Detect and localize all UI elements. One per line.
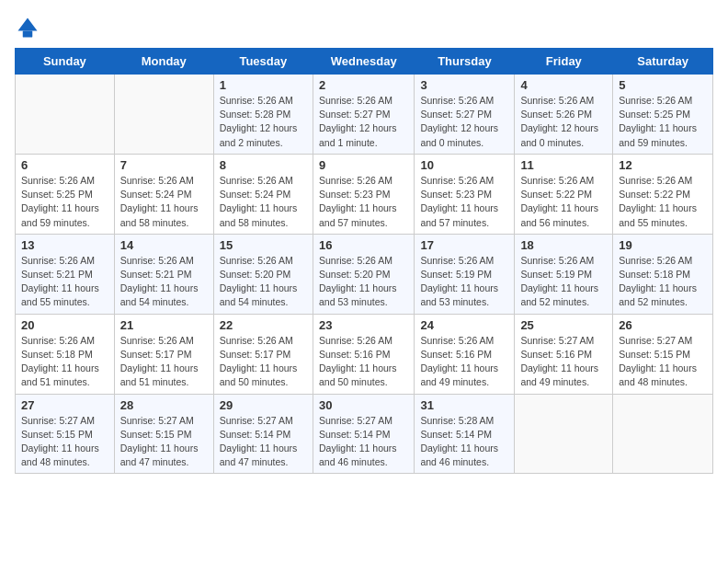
day-info: Sunrise: 5:26 AMSunset: 5:24 PMDaylight:… (120, 174, 208, 230)
calendar-cell: 24Sunrise: 5:26 AMSunset: 5:16 PMDayligh… (415, 314, 515, 394)
day-header-sunday: Sunday (16, 49, 115, 75)
day-number: 11 (520, 158, 607, 172)
day-info: Sunrise: 5:26 AMSunset: 5:24 PMDaylight:… (220, 174, 307, 230)
day-info: Sunrise: 5:26 AMSunset: 5:17 PMDaylight:… (220, 334, 307, 390)
calendar-cell: 5Sunrise: 5:26 AMSunset: 5:25 PMDaylight… (613, 75, 713, 155)
calendar-week-3: 13Sunrise: 5:26 AMSunset: 5:21 PMDayligh… (16, 234, 713, 314)
day-header-friday: Friday (515, 49, 613, 75)
calendar-cell: 18Sunrise: 5:26 AMSunset: 5:19 PMDayligh… (515, 234, 613, 314)
calendar-cell: 3Sunrise: 5:26 AMSunset: 5:27 PMDaylight… (415, 75, 515, 155)
day-number: 22 (220, 318, 307, 332)
calendar-cell: 15Sunrise: 5:26 AMSunset: 5:20 PMDayligh… (213, 234, 313, 314)
day-number: 15 (220, 238, 307, 252)
day-header-tuesday: Tuesday (213, 49, 313, 75)
calendar-cell: 6Sunrise: 5:26 AMSunset: 5:25 PMDaylight… (16, 154, 115, 234)
day-info: Sunrise: 5:26 AMSunset: 5:22 PMDaylight:… (619, 174, 707, 230)
calendar-cell: 12Sunrise: 5:26 AMSunset: 5:22 PMDayligh… (613, 154, 713, 234)
day-number: 19 (619, 238, 707, 252)
calendar-header-row: SundayMondayTuesdayWednesdayThursdayFrid… (16, 49, 713, 75)
calendar-week-4: 20Sunrise: 5:26 AMSunset: 5:18 PMDayligh… (16, 314, 713, 394)
day-number: 18 (520, 238, 607, 252)
day-number: 5 (619, 78, 707, 92)
day-number: 16 (319, 238, 408, 252)
day-info: Sunrise: 5:28 AMSunset: 5:14 PMDaylight:… (420, 414, 508, 470)
calendar-cell: 16Sunrise: 5:26 AMSunset: 5:20 PMDayligh… (313, 234, 414, 314)
calendar-cell: 11Sunrise: 5:26 AMSunset: 5:22 PMDayligh… (515, 154, 613, 234)
day-number: 10 (420, 158, 508, 172)
day-number: 7 (120, 158, 208, 172)
logo (15, 15, 44, 40)
day-number: 1 (220, 78, 307, 92)
day-info: Sunrise: 5:27 AMSunset: 5:15 PMDaylight:… (120, 414, 208, 470)
day-number: 14 (120, 238, 208, 252)
day-number: 25 (520, 318, 607, 332)
calendar-cell: 27Sunrise: 5:27 AMSunset: 5:15 PMDayligh… (16, 394, 115, 474)
calendar-cell: 25Sunrise: 5:27 AMSunset: 5:16 PMDayligh… (515, 314, 613, 394)
calendar-cell (613, 394, 713, 474)
day-number: 31 (420, 398, 508, 412)
day-info: Sunrise: 5:26 AMSunset: 5:18 PMDaylight:… (619, 254, 707, 310)
calendar-cell: 21Sunrise: 5:26 AMSunset: 5:17 PMDayligh… (114, 314, 213, 394)
svg-rect-1 (23, 31, 33, 38)
calendar-cell: 31Sunrise: 5:28 AMSunset: 5:14 PMDayligh… (415, 394, 515, 474)
calendar-cell (515, 394, 613, 474)
day-info: Sunrise: 5:26 AMSunset: 5:27 PMDaylight:… (420, 94, 508, 150)
calendar-cell: 13Sunrise: 5:26 AMSunset: 5:21 PMDayligh… (16, 234, 115, 314)
day-number: 4 (520, 78, 607, 92)
day-number: 3 (420, 78, 508, 92)
page-header (15, 15, 713, 40)
calendar-week-2: 6Sunrise: 5:26 AMSunset: 5:25 PMDaylight… (16, 154, 713, 234)
day-info: Sunrise: 5:26 AMSunset: 5:27 PMDaylight:… (319, 94, 408, 150)
day-info: Sunrise: 5:27 AMSunset: 5:16 PMDaylight:… (520, 334, 607, 390)
day-info: Sunrise: 5:26 AMSunset: 5:19 PMDaylight:… (420, 254, 508, 310)
day-info: Sunrise: 5:26 AMSunset: 5:22 PMDaylight:… (520, 174, 607, 230)
calendar-cell (16, 75, 115, 155)
calendar-cell: 26Sunrise: 5:27 AMSunset: 5:15 PMDayligh… (613, 314, 713, 394)
calendar-cell: 14Sunrise: 5:26 AMSunset: 5:21 PMDayligh… (114, 234, 213, 314)
day-number: 30 (319, 398, 408, 412)
day-info: Sunrise: 5:27 AMSunset: 5:15 PMDaylight:… (619, 334, 707, 390)
day-number: 9 (319, 158, 408, 172)
day-number: 24 (420, 318, 508, 332)
day-number: 29 (220, 398, 307, 412)
calendar-cell: 19Sunrise: 5:26 AMSunset: 5:18 PMDayligh… (613, 234, 713, 314)
day-info: Sunrise: 5:26 AMSunset: 5:19 PMDaylight:… (520, 254, 607, 310)
day-info: Sunrise: 5:26 AMSunset: 5:28 PMDaylight:… (220, 94, 307, 150)
calendar-table: SundayMondayTuesdayWednesdayThursdayFrid… (15, 48, 713, 474)
day-info: Sunrise: 5:26 AMSunset: 5:21 PMDaylight:… (120, 254, 208, 310)
day-info: Sunrise: 5:26 AMSunset: 5:16 PMDaylight:… (319, 334, 408, 390)
calendar-cell: 20Sunrise: 5:26 AMSunset: 5:18 PMDayligh… (16, 314, 115, 394)
day-number: 2 (319, 78, 408, 92)
day-header-wednesday: Wednesday (313, 49, 414, 75)
day-number: 17 (420, 238, 508, 252)
day-number: 12 (619, 158, 707, 172)
day-info: Sunrise: 5:26 AMSunset: 5:21 PMDaylight:… (21, 254, 108, 310)
day-info: Sunrise: 5:27 AMSunset: 5:14 PMDaylight:… (319, 414, 408, 470)
day-info: Sunrise: 5:26 AMSunset: 5:25 PMDaylight:… (21, 174, 108, 230)
calendar-cell: 28Sunrise: 5:27 AMSunset: 5:15 PMDayligh… (114, 394, 213, 474)
calendar-cell: 22Sunrise: 5:26 AMSunset: 5:17 PMDayligh… (213, 314, 313, 394)
day-info: Sunrise: 5:26 AMSunset: 5:23 PMDaylight:… (319, 174, 408, 230)
day-number: 21 (120, 318, 208, 332)
day-number: 23 (319, 318, 408, 332)
day-info: Sunrise: 5:27 AMSunset: 5:15 PMDaylight:… (21, 414, 108, 470)
calendar-cell: 9Sunrise: 5:26 AMSunset: 5:23 PMDaylight… (313, 154, 414, 234)
calendar-cell (114, 75, 213, 155)
day-header-thursday: Thursday (415, 49, 515, 75)
day-info: Sunrise: 5:26 AMSunset: 5:17 PMDaylight:… (120, 334, 208, 390)
day-header-monday: Monday (114, 49, 213, 75)
calendar-cell: 17Sunrise: 5:26 AMSunset: 5:19 PMDayligh… (415, 234, 515, 314)
calendar-cell: 7Sunrise: 5:26 AMSunset: 5:24 PMDaylight… (114, 154, 213, 234)
svg-marker-0 (18, 18, 38, 31)
day-number: 8 (220, 158, 307, 172)
calendar-cell: 8Sunrise: 5:26 AMSunset: 5:24 PMDaylight… (213, 154, 313, 234)
day-number: 20 (21, 318, 108, 332)
calendar-week-5: 27Sunrise: 5:27 AMSunset: 5:15 PMDayligh… (16, 394, 713, 474)
day-number: 26 (619, 318, 707, 332)
day-info: Sunrise: 5:26 AMSunset: 5:25 PMDaylight:… (619, 94, 707, 150)
calendar-cell: 23Sunrise: 5:26 AMSunset: 5:16 PMDayligh… (313, 314, 414, 394)
day-number: 27 (21, 398, 108, 412)
calendar-week-1: 1Sunrise: 5:26 AMSunset: 5:28 PMDaylight… (16, 75, 713, 155)
day-info: Sunrise: 5:27 AMSunset: 5:14 PMDaylight:… (220, 414, 307, 470)
calendar-cell: 30Sunrise: 5:27 AMSunset: 5:14 PMDayligh… (313, 394, 414, 474)
